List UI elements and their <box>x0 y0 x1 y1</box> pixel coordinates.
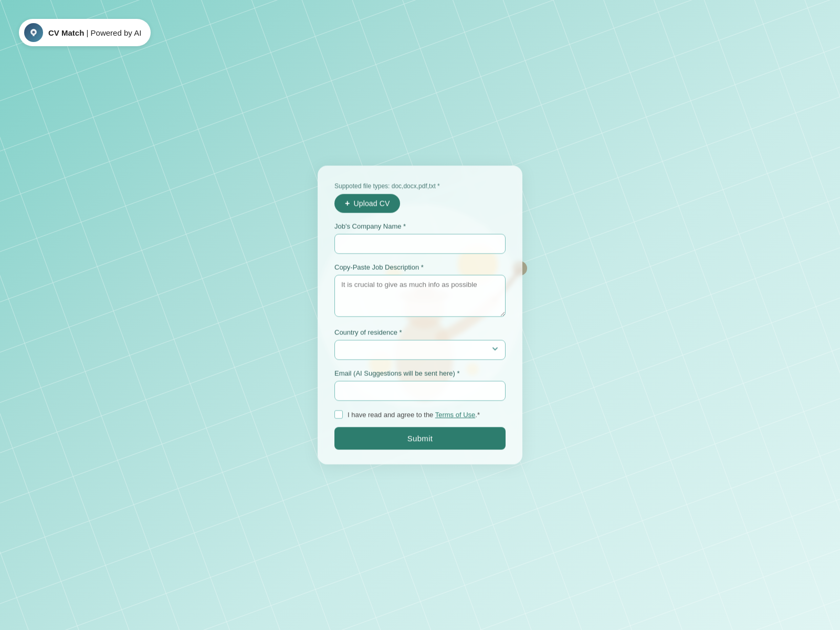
terms-row: I have read and agree to the Terms of Us… <box>334 411 506 419</box>
app-name: CV Match <box>48 28 84 37</box>
plus-icon: + <box>345 199 350 208</box>
email-input[interactable] <box>334 381 506 401</box>
submit-button[interactable]: Submit <box>334 427 506 450</box>
country-select-wrapper: United States United Kingdom Canada Aust… <box>334 340 506 360</box>
company-name-input[interactable] <box>334 234 506 254</box>
company-name-label: Job's Company Name * <box>334 223 506 230</box>
country-section: Country of residence * United States Uni… <box>334 329 506 360</box>
job-description-input[interactable] <box>334 275 506 317</box>
country-select[interactable]: United States United Kingdom Canada Aust… <box>334 340 506 360</box>
upload-section: Suppoted file types: doc,docx,pdf,txt * … <box>334 183 506 213</box>
terms-link[interactable]: Terms of Use <box>435 411 476 418</box>
logo-text: CV Match | Powered by AI <box>48 28 141 37</box>
logo-badge: CV Match | Powered by AI <box>19 19 151 46</box>
company-name-section: Job's Company Name * <box>334 223 506 254</box>
email-label: Email (AI Suggestions will be sent here)… <box>334 370 506 377</box>
job-description-section: Copy-Paste Job Description * <box>334 264 506 319</box>
upload-cv-button[interactable]: + Upload CV <box>334 194 400 213</box>
svg-point-12 <box>33 31 35 34</box>
terms-text: I have read and agree to the Terms of Us… <box>348 411 480 418</box>
logo-icon <box>24 23 43 42</box>
upload-cv-label: Upload CV <box>353 200 390 208</box>
upload-hint: Suppoted file types: doc,docx,pdf,txt * <box>334 183 506 190</box>
country-label: Country of residence * <box>334 329 506 337</box>
terms-checkbox[interactable] <box>334 411 343 419</box>
email-section: Email (AI Suggestions will be sent here)… <box>334 370 506 401</box>
job-description-label: Copy-Paste Job Description * <box>334 264 506 271</box>
form-card: Suppoted file types: doc,docx,pdf,txt * … <box>318 166 522 465</box>
